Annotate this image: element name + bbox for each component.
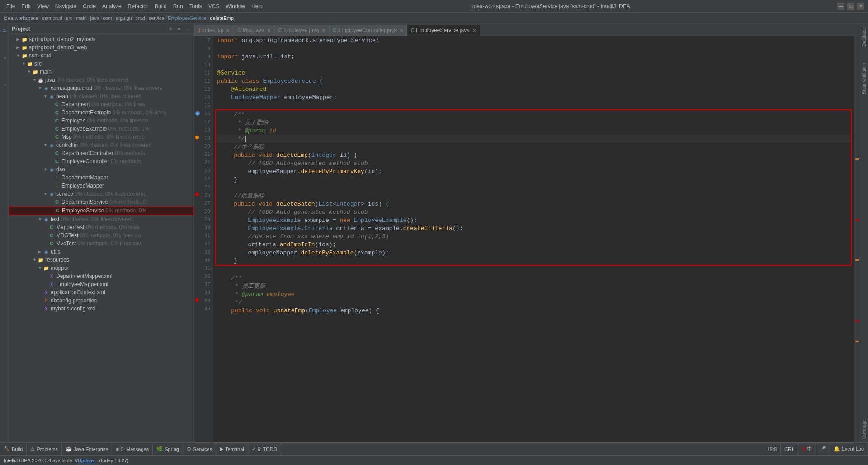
tree-springboot-demo2[interactable]: ▶ 📁 springboot_demo2_mybatis [9, 35, 194, 43]
tree-department-controller[interactable]: C DepartmentController 0% methods [9, 149, 194, 157]
tree-department-service[interactable]: C DepartmentService 0% methods, 0 [9, 198, 194, 206]
xml-icon: X [48, 281, 55, 288]
breadcrumb-module[interactable]: ssm-crud [42, 15, 62, 21]
tree-app-context-xml[interactable]: X applicationContext.xml [9, 288, 194, 296]
tree-service[interactable]: ▼ ◉ service 0% classes, 0% lines covered [9, 190, 194, 198]
tree-msg[interactable]: C Msg 0% methods, 0% lines covere [9, 133, 194, 141]
tree-java[interactable]: ▼ ☕ java 0% classes, 0% lines covered [9, 76, 194, 84]
tree-bean[interactable]: ▼ ◉ bean 0% classes, 0% lines covered [9, 92, 194, 100]
tab-employee-java[interactable]: C Employee.java ✕ [275, 25, 330, 36]
line-ending[interactable]: CRL [781, 443, 798, 456]
tab-close-icon[interactable]: ✕ [226, 28, 230, 33]
tree-employee-mapper-xml[interactable]: X EmployeeMapper.xml [9, 280, 194, 288]
selection-highlight-box: /** * 员工删除 * @param id */ [215, 109, 852, 266]
panel-sync-icon[interactable]: ⚙ [167, 25, 174, 33]
breadcrumb-workspace[interactable]: idea-workspace [4, 15, 38, 21]
messages-button[interactable]: ≡ 0: Messages [112, 443, 153, 456]
tab-index-jsp[interactable]: J index.jsp ✕ [194, 25, 234, 36]
tree-mbg-test[interactable]: C MBGTest 0% methods, 0% lines co [9, 231, 194, 240]
menu-edit[interactable]: Edit [19, 2, 33, 10]
project-icon[interactable]: P [1, 27, 8, 34]
breadcrumb-atguigu[interactable]: atguigu [116, 15, 132, 21]
tree-utils[interactable]: ▶ ◉ utils [9, 248, 194, 256]
tree-dbconfig[interactable]: P dbconfig.properties [9, 296, 194, 305]
tab-employee-controller-java[interactable]: C EmployeeController.java ✕ [330, 25, 407, 36]
microphone-icon-button[interactable]: 🎤 [816, 443, 830, 456]
tree-springboot-demo3[interactable]: ▶ 📁 springboot_demo3_web [9, 43, 194, 52]
tree-employee-example[interactable]: C EmployeeExample 0% methods, 0% [9, 125, 194, 133]
breadcrumb-com[interactable]: com [103, 15, 112, 21]
breadcrumb-class[interactable]: EmployeeService [168, 15, 207, 21]
close-button[interactable]: ✕ [857, 3, 864, 10]
maximize-button[interactable]: □ [847, 3, 854, 10]
tab-employee-service-java[interactable]: C EmployeeService.java ✕ [407, 25, 480, 36]
problems-button[interactable]: ⚠ Problems [27, 443, 61, 456]
panel-settings-icon[interactable]: ≡ [175, 25, 183, 33]
breadcrumb-java[interactable]: java [90, 15, 99, 21]
spring-button[interactable]: 🌿 Spring [153, 443, 183, 456]
tree-mapper[interactable]: ▼ 📁 mapper [9, 264, 194, 272]
menu-tools[interactable]: Tools [187, 2, 205, 10]
todo-button[interactable]: ✓ 6: TODO [248, 443, 282, 456]
title-bar-left: File Edit View Navigate Code Analyze Ref… [4, 2, 265, 10]
tree-department[interactable]: C Department 0% methods, 0% lines [9, 100, 194, 108]
tree-department-example[interactable]: C DepartmentExample 0% methods, 0% lines [9, 108, 194, 117]
minimize-button[interactable]: — [837, 3, 844, 10]
bean-validation-tab[interactable]: Bean Validation [860, 59, 868, 98]
menu-code[interactable]: Code [80, 2, 99, 10]
java-enterprise-button[interactable]: ☕ Java Enterprise [62, 443, 112, 456]
menu-build[interactable]: Build [152, 2, 170, 10]
class-icon: C [54, 207, 61, 214]
menu-run[interactable]: Run [170, 2, 186, 10]
tab-close-icon[interactable]: ✕ [472, 28, 476, 33]
breadcrumb-src[interactable]: src [66, 15, 73, 21]
menu-window[interactable]: Window [223, 2, 248, 10]
tree-resources[interactable]: ▼ 📁 resources [9, 256, 194, 264]
tab-close-icon[interactable]: ✕ [322, 28, 326, 33]
event-log-button[interactable]: 🔔 Event Log [830, 443, 868, 456]
breadcrumb-service[interactable]: service [149, 15, 165, 21]
tree-department-mapper[interactable]: I DepartmentMapper [9, 174, 194, 182]
menu-help[interactable]: Help [249, 2, 265, 10]
menu-vcs[interactable]: VCS [206, 2, 222, 10]
encoding-chinese[interactable]: S 中 [798, 443, 816, 456]
menu-analyze[interactable]: Analyze [99, 2, 124, 10]
tree-package-com[interactable]: ▼ ◉ com.atguigu.crud 0% classes, 0% line… [9, 84, 194, 92]
tree-mybatis-config[interactable]: X mybatis-config.xml [9, 305, 194, 313]
tree-employee-service[interactable]: C EmployeeService 0% methods, 0% [9, 206, 194, 215]
tree-employee[interactable]: C Employee 0% methods, 0% lines co [9, 117, 194, 125]
notification-update-link[interactable]: Update... [78, 458, 98, 463]
favorites-icon[interactable]: 2 [1, 81, 8, 89]
tab-close-icon[interactable]: ✕ [400, 28, 403, 33]
tree-main[interactable]: ▼ 📁 main [9, 68, 194, 76]
tree-employee-mapper[interactable]: I EmployeeMapper [9, 182, 194, 190]
menu-view[interactable]: View [34, 2, 52, 10]
menu-refactor[interactable]: Refactor [125, 2, 151, 10]
structure-icon[interactable]: S [1, 54, 8, 61]
tree-mvc-test[interactable]: C MvcTest 0% methods, 0% lines cov [9, 240, 194, 248]
code-editor[interactable]: import org.springframework.stereotype.Se… [213, 36, 854, 442]
breadcrumb-method[interactable]: deleteEmp [210, 15, 234, 21]
tree-department-mapper-xml[interactable]: X DepartmentMapper.xml [9, 272, 194, 280]
breadcrumb-main[interactable]: main [76, 15, 87, 21]
tree-dao[interactable]: ▼ ◉ dao [9, 165, 194, 174]
services-button[interactable]: ⚙ Services [183, 443, 216, 456]
build-button[interactable]: 🔨 Build [0, 443, 27, 456]
tree-src[interactable]: ▼ 📁 src [9, 60, 194, 68]
tree-mapper-test[interactable]: C MapperTest 0% methods, 0% lines [9, 223, 194, 231]
panel-collapse-icon[interactable]: — [184, 25, 191, 33]
coverage-tab[interactable]: Coverage [860, 416, 868, 442]
tree-employee-controller[interactable]: C EmployeeController 0% methods, [9, 157, 194, 165]
tab-msg-java[interactable]: C Msg.java ✕ [234, 25, 274, 36]
tree-arrow-icon: ▼ [38, 217, 42, 221]
cursor-position[interactable]: 19:8 [764, 443, 781, 456]
tab-close-icon[interactable]: ✕ [267, 28, 271, 33]
tree-controller[interactable]: ▼ ◉ controller 0% classes, 0% lines cove… [9, 141, 194, 149]
terminal-button[interactable]: ▶ Terminal [216, 443, 248, 456]
breadcrumb-crud[interactable]: crud [136, 15, 145, 21]
database-panel-tab[interactable]: Database [860, 23, 868, 50]
menu-file[interactable]: File [4, 2, 18, 10]
menu-navigate[interactable]: Navigate [52, 2, 79, 10]
tree-test[interactable]: ▼ ◉ test 0% classes, 0% lines covered [9, 215, 194, 223]
tree-ssm-crud[interactable]: ▼ 📁 ssm-crud [9, 52, 194, 60]
